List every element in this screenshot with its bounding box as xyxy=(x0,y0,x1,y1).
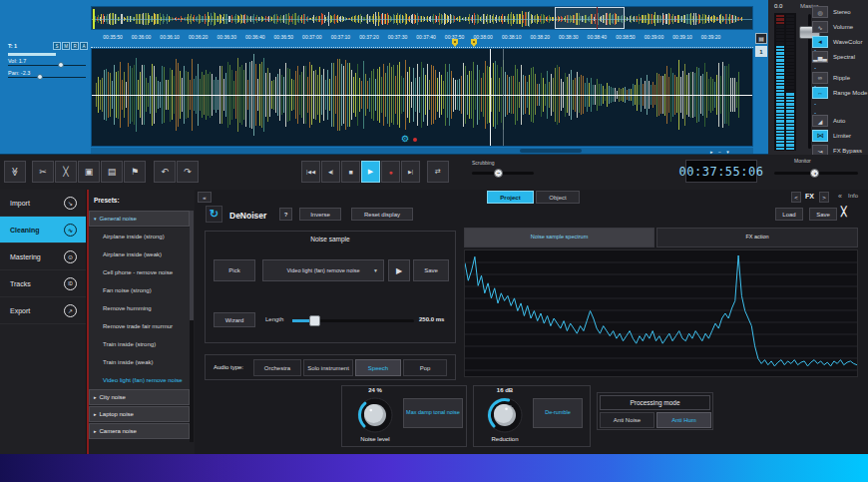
info-label[interactable]: Info xyxy=(848,193,858,199)
sidebar-item-tracks[interactable]: TracksID xyxy=(0,270,86,297)
preset-group-laptop-noise[interactable]: ▸Laptop noise xyxy=(89,406,190,422)
preset-item[interactable]: Remove humming xyxy=(89,299,190,317)
collapse-toolbar-button[interactable]: ≫ xyxy=(4,161,26,183)
scrubbing-slider[interactable]: •• xyxy=(472,172,534,175)
preset-item[interactable]: Fan noise (strong) xyxy=(89,281,190,299)
audio-type-pop[interactable]: Pop xyxy=(403,359,447,376)
processing-option-anti-noise[interactable]: Anti Noise xyxy=(600,412,654,428)
tab-project[interactable]: Project xyxy=(487,191,534,204)
ripple-icon[interactable]: ∞ xyxy=(812,72,828,84)
reset-display-button[interactable]: Reset display xyxy=(351,208,413,221)
redo-button[interactable]: ↷ xyxy=(177,161,199,183)
max-damp-tonal-noise-button[interactable]: Max damp tonal noise xyxy=(403,398,463,428)
wavecolor-icon[interactable]: ◄ xyxy=(812,36,828,48)
next-button[interactable]: ▶| xyxy=(401,161,420,183)
go-start-button[interactable]: |◀◀ xyxy=(301,161,320,183)
wizard-button[interactable]: Wizard xyxy=(214,312,255,327)
volume-handle[interactable] xyxy=(58,62,64,68)
play-sample-button[interactable]: ▶ xyxy=(388,259,410,281)
scrubbing-handle[interactable]: •• xyxy=(494,169,503,178)
length-slider[interactable] xyxy=(292,319,414,322)
preset-group-city-noise[interactable]: ▸City noise xyxy=(89,389,190,405)
overview-selection[interactable] xyxy=(555,7,625,29)
stop-button[interactable]: ■ xyxy=(341,161,360,183)
master-panel: 0.0 Master ◎Stereo∿Volume◄WaveColor▂▅▃Sp… xyxy=(768,0,868,155)
fx-next-button[interactable]: > xyxy=(819,192,829,203)
paste-button[interactable]: ▤ xyxy=(101,161,123,183)
reduction-knob[interactable] xyxy=(485,395,525,435)
play-button[interactable]: ▶ xyxy=(361,161,380,183)
noise-level-knob[interactable] xyxy=(355,395,395,435)
cut-button[interactable]: ✂ xyxy=(32,161,54,183)
spectral-icon[interactable]: ▂▅▃ xyxy=(812,51,828,63)
audio-type-speech[interactable]: Speech xyxy=(355,359,401,376)
volume-slider[interactable]: Vol: 1.7 xyxy=(8,58,88,68)
volume-icon[interactable]: ∿ xyxy=(812,21,828,33)
length-handle[interactable] xyxy=(309,315,320,326)
delete-button[interactable]: ╳ xyxy=(55,161,77,183)
limiter-icon[interactable]: ⋈ xyxy=(812,130,828,142)
marker-button[interactable]: ⚑ xyxy=(124,161,146,183)
ruler-marker-pin[interactable] xyxy=(452,39,458,47)
track-button-m[interactable]: M xyxy=(62,42,70,50)
tab-object[interactable]: Object xyxy=(536,191,580,204)
timeline-ruler[interactable]: 00:35:5000:36:0000:36:1000:36:2000:36:30… xyxy=(91,31,753,48)
preset-item[interactable]: Remove trade fair murmur xyxy=(89,317,190,335)
sidebar-item-cleaning[interactable]: Cleaning∿ xyxy=(0,217,86,243)
preset-item[interactable]: Video light (fan) remove noise xyxy=(89,371,190,389)
stereo-icon[interactable]: ◎ xyxy=(812,6,828,18)
load-button[interactable]: Load xyxy=(775,208,803,221)
monitor-slider[interactable]: ◂ xyxy=(774,172,858,175)
preset-item[interactable]: Train inside (weak) xyxy=(89,353,190,371)
ruler-marker-pin[interactable] xyxy=(471,39,477,47)
preset-item[interactable]: Cell phone - remove noise xyxy=(89,263,190,281)
fx-prev-button[interactable]: < xyxy=(791,192,801,203)
tab-noise-sample-spectrum[interactable]: Noise sample spectrum xyxy=(464,228,654,247)
preset-item[interactable]: Airplane inside (weak) xyxy=(89,245,190,263)
scrollbar-thumb[interactable] xyxy=(520,149,582,153)
range-mode-icon[interactable]: ↔ xyxy=(812,87,828,99)
spectrum-chart[interactable] xyxy=(464,249,858,377)
loop-button[interactable]: ⇄ xyxy=(427,161,449,183)
preset-group-general-noise[interactable]: ▾General noise xyxy=(89,211,190,227)
preset-item[interactable]: Airplane inside (strong) xyxy=(89,228,190,245)
pan-slider[interactable]: Pan: -2.3 xyxy=(8,70,88,80)
monitor-handle[interactable]: ◂ xyxy=(810,169,819,178)
preset-item[interactable]: Train inside (strong) xyxy=(89,335,190,353)
track-button-r[interactable]: R xyxy=(71,42,79,50)
pan-handle[interactable] xyxy=(37,74,43,80)
auto-icon[interactable]: ◢ xyxy=(812,115,828,127)
close-icon[interactable]: ╳ xyxy=(841,207,846,217)
sidebar-item-mastering[interactable]: Mastering⊙ xyxy=(0,243,86,270)
help-button[interactable]: ? xyxy=(279,208,292,221)
overview-strip[interactable] xyxy=(91,6,753,30)
layer-number-button[interactable]: 1 xyxy=(755,46,767,57)
undo-button[interactable]: ↶ xyxy=(154,161,176,183)
de-rumble-button[interactable]: De-rumble xyxy=(533,398,583,428)
processing-option-anti-hum[interactable]: Anti Hum xyxy=(656,412,711,428)
pick-button[interactable]: Pick xyxy=(214,259,255,281)
audio-type-orchestra[interactable]: Orchestra xyxy=(253,359,301,376)
inverse-button[interactable]: Inverse xyxy=(299,208,341,221)
noise-preset-dropdown[interactable]: Video light (fan) remove noise ▼ xyxy=(262,259,384,281)
prev-button[interactable]: ◀| xyxy=(321,161,340,183)
copy-button[interactable]: ▣ xyxy=(78,161,100,183)
record-button[interactable]: ● xyxy=(381,161,400,183)
track-button-s[interactable]: S xyxy=(53,42,61,50)
collapse-panel-button[interactable]: « xyxy=(198,192,212,203)
sidebar-item-import[interactable]: Import↘ xyxy=(0,190,86,217)
waveform-display[interactable]: ⚙ xyxy=(91,48,753,147)
save-sample-button[interactable]: Save xyxy=(413,259,449,281)
presets-scroll-thumb[interactable] xyxy=(190,211,194,320)
track-button-a[interactable]: A xyxy=(80,42,88,50)
tab-fx-action[interactable]: FX action xyxy=(656,228,858,247)
preset-group-camera-noise[interactable]: ▸Camera noise xyxy=(89,423,190,439)
gear-icon[interactable]: ⚙ xyxy=(401,134,409,144)
info-collapse-icon[interactable]: « xyxy=(838,193,842,200)
horizontal-scrollbar[interactable] xyxy=(91,148,753,154)
save-preset-button[interactable]: Save xyxy=(809,208,837,221)
layers-icon[interactable]: ▤ xyxy=(755,33,767,44)
meter-segment-right xyxy=(786,42,794,44)
audio-type-solo-instrument[interactable]: Solo instrument xyxy=(303,359,353,376)
sidebar-item-export[interactable]: Export↗ xyxy=(0,297,86,324)
